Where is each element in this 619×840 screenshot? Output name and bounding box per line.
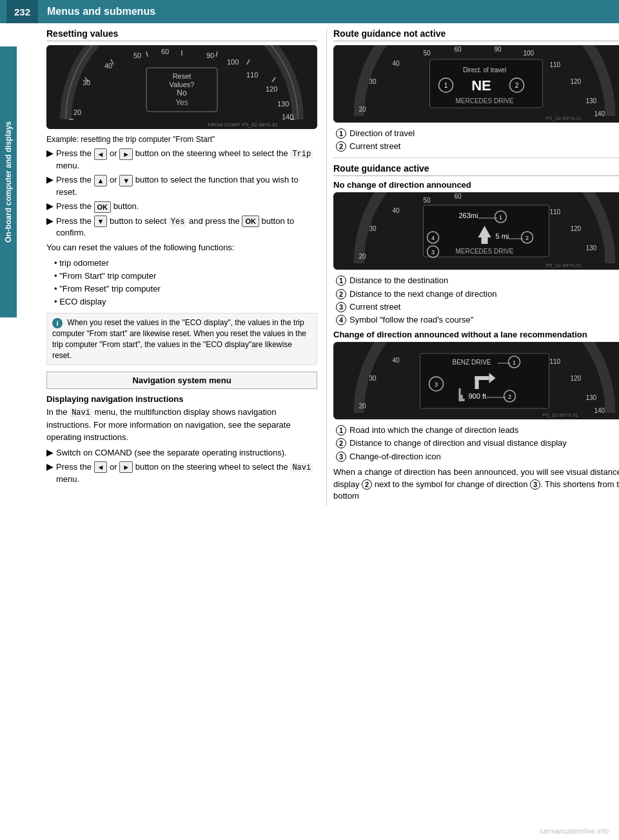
svg-text:263mi: 263mi: [459, 212, 478, 219]
circle-ref-2: 2: [362, 479, 372, 490]
list-item: "From Start" trip computer: [54, 270, 317, 282]
svg-text:MERCEDES DRIVE: MERCEDES DRIVE: [455, 248, 513, 255]
circle-list-item: 4 Symbol "follow the road's course": [336, 314, 619, 326]
nav-step-1-text: Switch on COMAND (see the separate opera…: [56, 447, 317, 459]
svg-text:50: 50: [133, 52, 141, 59]
svg-text:NE: NE: [471, 77, 491, 94]
svg-text:60: 60: [161, 48, 169, 55]
gauge-no-change: 20 30 40 50 60 110 120 130 263mi: [333, 192, 619, 270]
circle-list-item: 2 Current street: [336, 141, 619, 152]
btn-down-2[interactable]: ▼: [94, 215, 108, 227]
svg-text:140: 140: [594, 110, 605, 117]
svg-text:3: 3: [435, 381, 438, 388]
btn-ok-2[interactable]: OK: [242, 215, 259, 227]
gauge-reset: 20 30 40 50 60 90 100 110 120 130 140: [46, 45, 317, 129]
svg-rect-92: [461, 395, 463, 401]
circle-list-item: 2 Distance to change of direction and vi…: [336, 437, 619, 449]
circle-1: 1: [336, 425, 346, 435]
circle-list-item: 3 Change-of-direction icon: [336, 451, 619, 463]
list-item: "From Reset" trip computer: [54, 283, 317, 295]
circle-2: 2: [336, 141, 346, 152]
btn-ok-1[interactable]: OK: [94, 201, 112, 213]
svg-text:120: 120: [571, 78, 582, 85]
step-2: ▶ Press the ▲ or ▼ button to select the …: [46, 174, 317, 198]
route-active-title: Route guidance active: [333, 163, 619, 176]
item-text: Symbol "follow the road's course": [349, 314, 473, 326]
resetting-values-title: Resetting values: [46, 28, 317, 41]
item-text: Road into which the change of direction …: [349, 425, 518, 436]
svg-text:30: 30: [369, 225, 377, 232]
displaying-nav-body: In the Navi menu, the multifunction disp…: [46, 406, 317, 443]
svg-text:3: 3: [431, 249, 435, 255]
step-3: ▶ Press the OK button.: [46, 201, 317, 213]
svg-text:50: 50: [424, 50, 431, 57]
svg-text:140: 140: [594, 407, 605, 414]
btn-right-1[interactable]: ►: [119, 148, 133, 160]
svg-text:MERCEDES DRIVE: MERCEDES DRIVE: [455, 97, 513, 105]
btn-right-nav[interactable]: ►: [119, 461, 133, 473]
item-text: Current street: [349, 141, 400, 152]
item-text: Direction of travel: [349, 128, 415, 139]
followup-text: You can reset the values of the followin…: [46, 242, 317, 254]
arrow-4: ▶: [46, 215, 53, 227]
svg-text:20: 20: [359, 403, 367, 410]
svg-text:1: 1: [513, 359, 516, 366]
item-text: Distance to change of direction and visu…: [349, 437, 567, 449]
svg-text:2: 2: [508, 394, 511, 400]
svg-text:P5_32-9974-31: P5_32-9974-31: [546, 263, 582, 268]
arrow-3: ▶: [46, 201, 53, 212]
svg-text:110: 110: [550, 61, 561, 68]
header-title: Menus and submenus: [47, 6, 155, 17]
item-text: Distance to the next change of direction: [349, 288, 496, 300]
header-bar: 232 Menus and submenus: [0, 0, 619, 23]
svg-text:140: 140: [282, 113, 293, 121]
list-item: trip odometer: [54, 257, 317, 269]
trip-menu: Trip: [290, 150, 313, 159]
svg-text:30: 30: [369, 78, 377, 85]
step-1-text: Press the ◄ or ► button on the steering …: [56, 148, 317, 172]
svg-text:1: 1: [499, 214, 502, 221]
circle-list-item: 1 Road into which the change of directio…: [336, 425, 619, 436]
svg-text:900 ft: 900 ft: [469, 392, 487, 400]
circle-2: 2: [336, 289, 346, 299]
gauge-route-not-active-wrap: 20 30 40 50 60 90 100 110 120 130 140 Di…: [333, 45, 619, 123]
circle-3: 3: [336, 302, 346, 312]
svg-text:40: 40: [393, 207, 400, 214]
svg-text:Direct. of travel: Direct. of travel: [463, 66, 506, 74]
svg-text:130: 130: [586, 97, 597, 105]
btn-left-1[interactable]: ◄: [94, 148, 108, 160]
step-4-text: Press the ▼ button to select Yes and pre…: [56, 215, 317, 239]
item-text: Change-of-direction icon: [349, 451, 441, 463]
btn-up-1[interactable]: ▲: [94, 175, 108, 186]
nav-arrow-1: ▶: [46, 447, 53, 459]
svg-text:110: 110: [246, 71, 258, 79]
btn-down-1[interactable]: ▼: [119, 175, 133, 186]
navi-menu-ref: Navi: [70, 408, 92, 417]
gauge-route-not-active: 20 30 40 50 60 90 100 110 120 130 140 Di…: [333, 45, 619, 123]
svg-text:40: 40: [393, 60, 400, 67]
svg-rect-89: [475, 376, 489, 380]
svg-text:P5_32-9975-31: P5_32-9975-31: [543, 412, 579, 418]
bottom-text: When a change of direction has been anno…: [333, 466, 619, 503]
gauge-change: 20 30 40 110 120 130 140 BENZ DRIVE 1: [333, 342, 619, 419]
circle-3: 3: [336, 452, 346, 462]
arrow-2: ▶: [46, 174, 53, 186]
route-not-active-title: Route guidance not active: [333, 28, 619, 41]
yes-menu: Yes: [169, 217, 187, 226]
info-box: i When you reset the values in the "ECO …: [46, 313, 317, 365]
svg-text:No: No: [177, 88, 187, 97]
navi-menu: Navi: [290, 463, 313, 472]
btn-left-nav[interactable]: ◄: [94, 461, 108, 473]
svg-text:50: 50: [424, 197, 431, 204]
step-2-text: Press the ▲ or ▼ button to select the fu…: [56, 174, 317, 198]
nav-step-2-text: Press the ◄ or ► button on the steering …: [56, 461, 317, 485]
svg-rect-91: [459, 388, 461, 401]
svg-text:130: 130: [586, 394, 597, 401]
svg-text:90: 90: [495, 46, 502, 53]
svg-text:P5_32-9974-31: P5_32-9974-31: [546, 115, 582, 121]
circle-list-item: 2 Distance to the next change of directi…: [336, 288, 619, 300]
info-icon: i: [52, 318, 63, 328]
item-text: Current street: [349, 301, 400, 313]
step-3-text: Press the OK button.: [56, 201, 317, 213]
svg-text:FROM START  P5_32-9974-31: FROM START P5_32-9974-31: [208, 122, 278, 128]
